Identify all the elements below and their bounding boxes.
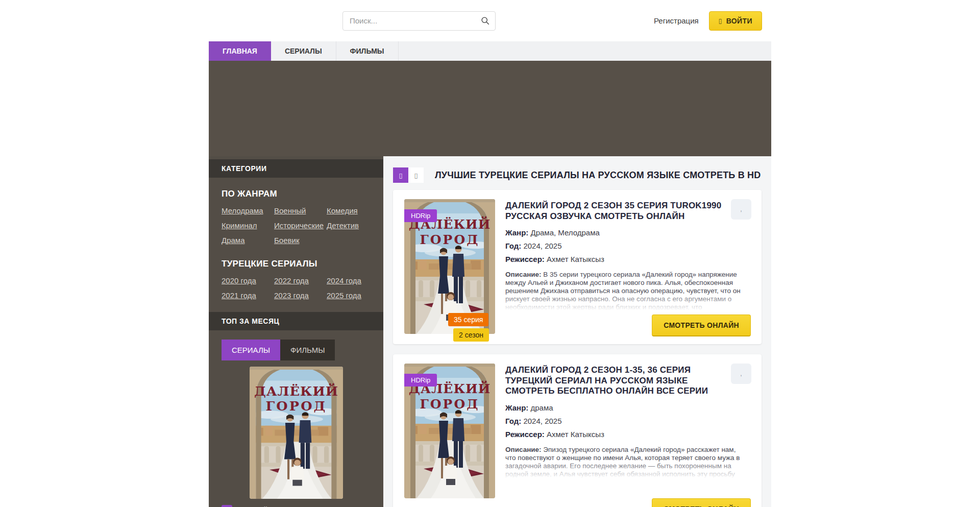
turkish-series-section: ТУРЕЦКИЕ СЕРИАЛЫ 2020 года 2022 года 202… [209, 248, 383, 303]
year-link[interactable]: 2025 года [327, 291, 371, 300]
director-label: Режиссер: [505, 430, 545, 439]
bookmark-icon: , [740, 370, 742, 377]
card-body: ДАЛЕКИЙ ГОРОД 2 СЕЗОН 1-35, 36 СЕРИЯ ТУР… [505, 364, 751, 507]
search-icon [481, 16, 489, 25]
genres-section: ПО ЖАНРАМ Мелодрама Военный Комедия Крим… [209, 178, 383, 248]
sidebar: КАТЕГОРИИ ПО ЖАНРАМ Мелодрама Военный Ко… [209, 156, 383, 507]
quality-badge: HDRip [404, 209, 437, 222]
nav-item-films[interactable]: ФИЛЬМЫ [336, 41, 399, 61]
card-title-link[interactable]: ДАЛЕКИЙ ГОРОД 2 СЕЗОН 35 СЕРИЯ TUROK1990… [505, 201, 735, 222]
director-row: Режиссер: Ахмет Катыксыз [505, 255, 751, 263]
main-content: ▯ ▯ ЛУЧШИЕ ТУРЕЦКИЕ СЕРИАЛЫ НА РУССКОМ Я… [383, 156, 771, 507]
year-value: 2024, 2025 [523, 242, 561, 250]
director-label: Режиссер: [505, 255, 545, 263]
hero-banner [209, 61, 771, 156]
login-button-label: ВОЙТИ [726, 17, 752, 25]
genres-grid: Мелодрама Военный Комедия Криминал Истор… [222, 206, 371, 245]
description: Описание: В 35 серии турецкого сериала «… [505, 271, 745, 310]
year-link[interactable]: 2020 года [222, 276, 274, 285]
tab-series[interactable]: СЕРИАЛЫ [222, 340, 280, 360]
top-month-header: ТОП ЗА МЕСЯЦ [209, 312, 383, 330]
genre-link[interactable]: Боевик [274, 236, 327, 245]
page-title: ЛУЧШИЕ ТУРЕЦКИЕ СЕРИАЛЫ НА РУССКОМ ЯЗЫКЕ… [435, 170, 761, 181]
search-input[interactable] [343, 16, 475, 25]
view-toggle: ▯ ▯ [393, 167, 424, 183]
years-grid: 2020 года 2022 года 2024 года 2021 года … [222, 276, 371, 300]
rank-badge: 1 [222, 505, 232, 507]
login-button[interactable]: ▯ ВОЙТИ [709, 11, 762, 31]
year-label: Год: [505, 242, 521, 250]
bookmark-button[interactable]: , [731, 199, 751, 220]
top-month-poster[interactable]: ДАЛЁКИЙ ГОРОД [250, 367, 343, 499]
poster-art: ДАЛЁКИЙ ГОРОД [250, 367, 343, 499]
watch-online-button[interactable]: СМОТРЕТЬ ОНЛАЙН [652, 498, 751, 507]
categories-header: КАТЕГОРИИ [209, 159, 383, 178]
genre-link[interactable]: Криминал [222, 221, 274, 230]
genre-link[interactable]: Драма [222, 236, 274, 245]
grid-view-button[interactable]: ▯ [393, 167, 408, 183]
nav-item-series[interactable]: СЕРИАЛЫ [271, 41, 336, 61]
search-box [342, 11, 496, 31]
content-columns: КАТЕГОРИИ ПО ЖАНРАМ Мелодрама Военный Ко… [209, 156, 771, 507]
genre-value: Драма, Мелодрама [530, 228, 599, 237]
section-header: ▯ ▯ ЛУЧШИЕ ТУРЕЦКИЕ СЕРИАЛЫ НА РУССКОМ Я… [393, 167, 762, 183]
genre-link[interactable]: Детектив [327, 221, 371, 230]
series-card: ДАЛЁКИЙ ГОРОД HDRip 35 серия 2 сезон ДАЛ… [393, 190, 762, 344]
episode-badge: 35 серия [448, 313, 488, 326]
year-value: 2024, 2025 [523, 417, 561, 425]
list-view-button[interactable]: ▯ [408, 167, 424, 183]
genre-link[interactable]: Комедия [327, 206, 371, 215]
year-link[interactable]: 2022 года [274, 276, 327, 285]
genre-link[interactable]: Мелодрама [222, 206, 274, 215]
svg-text:ГОРОД: ГОРОД [420, 232, 480, 247]
year-row: Год: 2024, 2025 [505, 417, 751, 425]
search-button[interactable] [475, 12, 495, 30]
nav-item-home[interactable]: ГЛАВНАЯ [209, 41, 271, 61]
year-link[interactable]: 2024 года [327, 276, 371, 285]
year-link[interactable]: 2023 года [274, 291, 327, 300]
genre-row: Жанр: Драма, Мелодрама [505, 228, 751, 237]
genre-row: Жанр: драма [505, 403, 751, 412]
description-label: Описание: [505, 271, 542, 278]
site-header: Регистрация ▯ ВОЙТИ [209, 0, 771, 41]
svg-text:ДАЛЁКИЙ: ДАЛЁКИЙ [254, 383, 338, 399]
director-row: Режиссер: Ахмет Катыксыз [505, 430, 751, 439]
top-item-title[interactable]: Далекий город 2 сезон 1-35, 36 серия [239, 505, 364, 507]
top-month-list-item[interactable]: 1 Далекий город 2 сезон 1-35, 36 серия [209, 499, 383, 507]
card-title-link[interactable]: ДАЛЕКИЙ ГОРОД 2 СЕЗОН 1-35, 36 СЕРИЯ ТУР… [505, 365, 735, 397]
svg-text:ГОРОД: ГОРОД [265, 399, 327, 414]
grid-view-icon: ▯ [399, 172, 402, 179]
description-label: Описание: [505, 446, 542, 453]
bookmark-button[interactable]: , [731, 364, 751, 384]
description: Описание: Эпизод турецкого сериала «Дале… [505, 446, 745, 478]
genres-heading: ПО ЖАНРАМ [222, 189, 371, 199]
director-value: Ахмет Катыксыз [547, 430, 604, 439]
quality-badge: HDRip [404, 374, 437, 387]
year-link[interactable]: 2021 года [222, 291, 274, 300]
svg-text:ГОРОД: ГОРОД [420, 397, 480, 412]
genre-label: Жанр: [505, 403, 528, 412]
top-month-tabs: СЕРИАЛЫ ФИЛЬМЫ [222, 340, 383, 360]
genre-link[interactable]: Исторические [274, 221, 327, 230]
turkish-series-heading: ТУРЕЦКИЕ СЕРИАЛЫ [222, 259, 371, 269]
year-row: Год: 2024, 2025 [505, 242, 751, 250]
genre-link[interactable]: Военный [274, 206, 327, 215]
watch-online-button[interactable]: СМОТРЕТЬ ОНЛАЙН [652, 315, 751, 336]
register-link[interactable]: Регистрация [654, 16, 699, 25]
list-view-icon: ▯ [414, 172, 418, 179]
login-icon: ▯ [719, 17, 722, 25]
year-label: Год: [505, 417, 521, 425]
genre-value: драма [530, 403, 553, 412]
director-value: Ахмет Катыксыз [547, 255, 604, 263]
genre-label: Жанр: [505, 228, 528, 237]
main-nav: ГЛАВНАЯ СЕРИАЛЫ ФИЛЬМЫ [209, 41, 771, 61]
season-badge: 2 сезон [453, 328, 489, 342]
bookmark-icon: , [740, 206, 742, 213]
tab-films[interactable]: ФИЛЬМЫ [280, 340, 335, 360]
page-container: Регистрация ▯ ВОЙТИ ГЛАВНАЯ СЕРИАЛЫ ФИЛЬ… [209, 0, 771, 507]
series-card: ДАЛЁКИЙ ГОРОД HDRip ДАЛЕКИЙ ГОРОД 2 СЕЗО… [393, 354, 762, 507]
